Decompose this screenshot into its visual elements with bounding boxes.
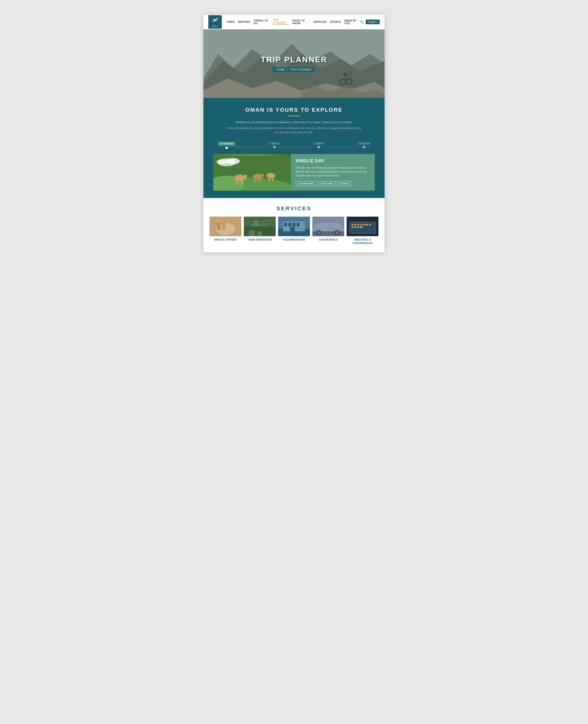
svg-rect-69: [360, 227, 362, 228]
svg-point-55: [335, 231, 339, 234]
service-card-tour-operators[interactable]: TOUR OPERATORS: [244, 217, 276, 245]
timeline-label-3days: 3 DAYS: [269, 142, 279, 145]
svg-point-27: [227, 158, 240, 164]
timeline-item-7days[interactable]: 7 DAYS: [314, 142, 324, 148]
timeline-label-7days: 7 DAYS: [314, 142, 324, 145]
svg-rect-48: [290, 227, 295, 231]
timeline-dot-7days: [317, 146, 320, 148]
explore-subtitle: Whether you are visiting Oman for a stop…: [213, 120, 375, 125]
svg-rect-59: [352, 224, 354, 226]
nav-events[interactable]: EVENTS: [330, 21, 341, 23]
service-card-accommodation[interactable]: ACCOMODATION: [278, 217, 310, 245]
service-label-special-offers: SPECIAL OFFERS: [210, 238, 241, 241]
timeline-label-12days: 12 DAYS: [358, 142, 370, 145]
services-title: SERVICES: [208, 205, 380, 212]
svg-point-53: [317, 231, 320, 234]
header: oman OMAN REGIONS THINGS TO DO TRIP PLAN…: [204, 15, 384, 29]
page-wrapper: oman OMAN REGIONS THINGS TO DO TRIP PLAN…: [204, 15, 384, 252]
svg-point-23: [266, 173, 275, 178]
nav-good-to-know[interactable]: GOOD TO KNOW: [292, 19, 310, 25]
service-label-accommodation: ACCOMODATION: [278, 238, 310, 241]
svg-rect-63: [363, 224, 365, 226]
timeline-dot-12days: [363, 146, 365, 148]
timeline-item-12days[interactable]: 12 DAYS: [358, 142, 370, 148]
service-image-special-offers: [210, 217, 241, 236]
breadcrumb-separator: >: [287, 68, 290, 71]
nav-trip-planner[interactable]: TRIP PLANNER: [273, 19, 289, 25]
hero-section: TRIP PLANNER HOME > TRIP PLANNER: [204, 29, 384, 98]
single-day-card: SINGLE DAY One day may not feel long to …: [213, 154, 375, 191]
service-image-car-rentals: [312, 217, 344, 236]
tag-family[interactable]: FAMILY: [337, 181, 352, 186]
single-day-image: [213, 154, 291, 191]
svg-point-33: [217, 219, 220, 223]
svg-rect-39: [249, 230, 255, 236]
service-image-tour-operators: [244, 217, 276, 236]
nav-services[interactable]: SERVICES: [314, 21, 327, 23]
svg-rect-40: [257, 231, 262, 236]
svg-point-22: [260, 173, 264, 177]
search-button[interactable]: 🔍: [360, 20, 364, 24]
svg-marker-50: [312, 223, 344, 231]
svg-rect-62: [360, 224, 362, 226]
nav-oman[interactable]: OMAN: [227, 21, 235, 23]
svg-point-34: [222, 220, 225, 223]
breadcrumb-current: TRIP PLANNER: [291, 68, 311, 71]
service-card-car-rentals[interactable]: CAR RENTALS: [312, 217, 344, 245]
logo[interactable]: oman: [208, 15, 222, 29]
svg-rect-68: [357, 227, 359, 228]
logo-icon: [211, 17, 219, 25]
header-right: 🔍 English ▾: [360, 20, 380, 24]
single-day-content: SINGLE DAY One day may not feel long to …: [291, 154, 375, 191]
svg-rect-64: [366, 224, 368, 226]
service-label-meetings: MEETINGS & CONFERENCES: [346, 238, 378, 245]
svg-rect-44: [284, 223, 287, 227]
logo-text: oman: [212, 25, 218, 27]
svg-rect-61: [357, 224, 359, 226]
hero-content: TRIP PLANNER HOME > TRIP PLANNER: [261, 55, 327, 72]
svg-rect-32: [222, 223, 226, 230]
service-label-tour-operators: TOUR OPERATORS: [244, 238, 276, 241]
single-day-title: SINGLE DAY: [296, 158, 370, 164]
service-card-special-offers[interactable]: SPECIAL OFFERS: [210, 217, 241, 245]
timeline-dot-3days: [273, 146, 276, 148]
timeline-label-24hours: 24 HOURS: [218, 142, 235, 146]
service-image-meetings: [346, 217, 378, 236]
main-nav: OMAN REGIONS THINGS TO DO TRIP PLANNER G…: [227, 19, 360, 25]
hero-title: TRIP PLANNER: [261, 55, 327, 64]
svg-rect-18: [245, 174, 246, 177]
service-card-meetings[interactable]: MEETINGS & CONFERENCES: [346, 217, 378, 245]
svg-rect-45: [288, 223, 291, 227]
single-day-text: One day may not feel long to experience …: [296, 166, 370, 178]
service-label-car-rentals: CAR RENTALS: [312, 238, 344, 241]
nav-oman-by-you[interactable]: OMAN BY YOU: [344, 19, 360, 25]
nav-regions[interactable]: REGIONS: [238, 21, 250, 23]
timeline-item-24hours[interactable]: 24 HOURS: [218, 142, 235, 149]
services-grid: SPECIAL OFFERS TOUR OPERATORS: [208, 217, 380, 245]
svg-rect-31: [217, 221, 220, 230]
tag-culture[interactable]: CULTURE: [318, 181, 336, 186]
svg-rect-21: [259, 178, 260, 183]
svg-rect-60: [355, 224, 356, 226]
svg-rect-65: [369, 224, 371, 226]
explore-title: OMAN IS YOURS TO EXPLORE: [213, 107, 375, 113]
svg-rect-66: [352, 227, 354, 228]
breadcrumb: HOME > TRIP PLANNER: [273, 67, 315, 72]
tag-adventure[interactable]: ADVENTURE: [296, 181, 317, 186]
timeline-dot-24hours: [226, 147, 228, 149]
svg-rect-15: [236, 179, 238, 185]
svg-point-28: [217, 159, 228, 165]
tag-row: ADVENTURE CULTURE FAMILY: [296, 181, 370, 186]
svg-rect-24: [269, 177, 270, 181]
language-button[interactable]: English ▾: [366, 20, 380, 24]
services-section: SERVICES SPECIAL OFFERS: [204, 198, 384, 252]
explore-desc: From family holidays to cultural explora…: [226, 126, 362, 134]
svg-rect-20: [255, 178, 256, 183]
svg-point-14: [234, 174, 245, 181]
timeline: 24 HOURS 3 DAYS 7 DAYS 12 DAYS: [213, 142, 375, 149]
explore-divider: [288, 115, 300, 116]
breadcrumb-home[interactable]: HOME: [277, 68, 285, 71]
explore-section: OMAN IS YOURS TO EXPLORE Whether you are…: [204, 98, 384, 198]
nav-things-to-do[interactable]: THINGS TO DO: [254, 19, 269, 25]
timeline-item-3days[interactable]: 3 DAYS: [269, 142, 279, 148]
